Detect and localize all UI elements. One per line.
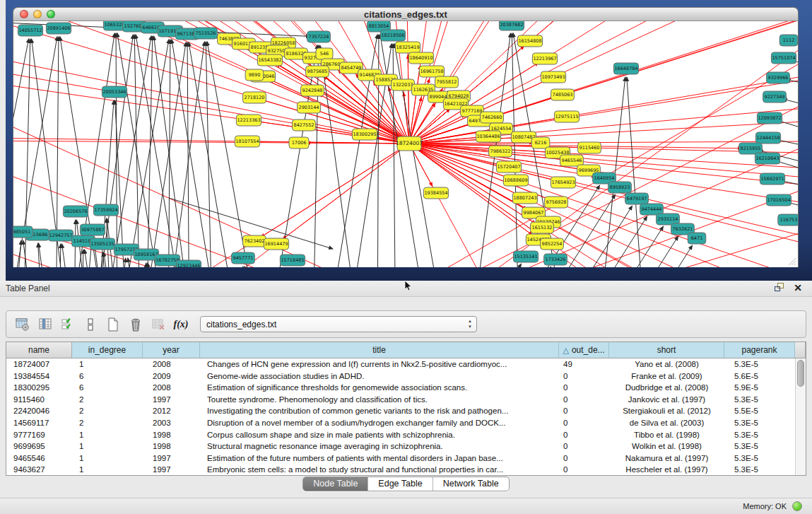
graph-node[interactable]: 8427552 xyxy=(293,119,316,131)
rows-icon[interactable] xyxy=(81,315,100,334)
float-panel-icon[interactable] xyxy=(775,283,785,293)
graph-node[interactable]: 16648784 xyxy=(613,63,638,74)
close-window-button[interactable] xyxy=(20,10,28,18)
column-header-in_degree[interactable]: in_degree xyxy=(72,342,143,358)
graph-node[interactable]: 7515526 xyxy=(194,28,218,39)
table-row[interactable]: 1872400712008Changes of HCN gene express… xyxy=(6,358,795,370)
table-row[interactable]: 1456911722003Disruption of a novel membe… xyxy=(6,417,795,429)
graph-node[interactable]: 18640910 xyxy=(408,52,433,64)
graph-node[interactable]: 17654923 xyxy=(551,177,575,188)
table-row[interactable]: 1938455462009Genome-wide association stu… xyxy=(6,370,795,382)
memory-status-indicator[interactable] xyxy=(792,501,802,511)
graph-node[interactable]: 7485063 xyxy=(551,89,575,100)
graph-node[interactable]: 12213363 xyxy=(236,115,261,126)
graph-node[interactable]: 30975887 xyxy=(80,224,105,235)
graph-node[interactable]: 14055712 xyxy=(18,25,42,36)
graph-node[interactable]: 7462660 xyxy=(481,112,504,123)
graph-node[interactable]: 7955812 xyxy=(435,76,459,88)
tab-edge-table[interactable]: Edge Table xyxy=(368,477,433,491)
column-header-year[interactable]: year xyxy=(143,342,200,358)
graph-node[interactable]: 18107554 xyxy=(235,136,259,147)
graph-node[interactable]: 16543382 xyxy=(257,54,282,66)
graph-node[interactable]: 9875685 xyxy=(306,66,329,77)
graph-node[interactable]: 6216 xyxy=(531,137,550,148)
table-row[interactable]: 977716911998Corpus callosum shape and si… xyxy=(6,429,795,441)
table-row[interactable]: 969969511998Structural magnetic resonanc… xyxy=(6,440,795,452)
graph-node[interactable]: 16210643 xyxy=(755,153,779,164)
graph-node[interactable]: 8958923 xyxy=(608,182,632,193)
graph-node[interactable]: 10364486 xyxy=(476,131,500,142)
tab-network-table[interactable]: Network Table xyxy=(433,477,509,491)
create-table-icon[interactable] xyxy=(104,315,122,334)
graph-node[interactable]: 546 xyxy=(316,48,333,59)
delete-icon[interactable] xyxy=(126,315,145,334)
graph-node[interactable]: 18325419 xyxy=(395,42,420,53)
graph-node[interactable]: 20053346 xyxy=(102,86,126,98)
graph-node[interactable]: 18724007 xyxy=(396,136,423,151)
graph-node[interactable]: 16961758 xyxy=(419,66,444,77)
graph-node[interactable]: 17359924 xyxy=(93,204,118,216)
graph-node[interactable]: 15720407 xyxy=(496,161,521,173)
column-header-out_de[interactable]: △out_de... xyxy=(559,342,609,358)
graph-node[interactable]: 16154808 xyxy=(517,35,542,47)
graph-node[interactable]: 10973493 xyxy=(541,71,565,83)
column-header-short[interactable]: short xyxy=(609,342,724,358)
graph-node[interactable]: 116753 xyxy=(778,214,799,226)
graph-node[interactable]: 7623402 xyxy=(243,235,266,247)
graph-node[interactable]: 18807243 xyxy=(512,192,537,204)
table-row[interactable]: 946362711997Embryonic stem cells: a mode… xyxy=(6,464,795,476)
graph-node[interactable]: 15135141 xyxy=(513,251,538,262)
graph-node[interactable]: 1733426 xyxy=(544,254,567,265)
table-row[interactable]: 1830029562008Estimation of significance … xyxy=(6,382,795,394)
graph-node[interactable]: 12942757 xyxy=(48,230,73,241)
graph-node[interactable]: 9457771 xyxy=(232,252,255,264)
table-row[interactable]: 2242004622012Investigating the contribut… xyxy=(6,405,795,417)
graph-node[interactable]: 12093872 xyxy=(757,112,782,124)
graph-node[interactable]: 9115460 xyxy=(578,142,601,153)
graph-node[interactable]: 18218506 xyxy=(380,30,405,41)
table-scrollbar-thumb[interactable] xyxy=(797,360,804,387)
graph-node[interactable]: 20206576 xyxy=(63,206,88,217)
column-header-name[interactable]: name xyxy=(6,342,72,358)
zoom-window-button[interactable] xyxy=(47,10,55,18)
graph-node[interactable]: 9242848 xyxy=(301,85,324,96)
graph-node[interactable]: 20891406 xyxy=(46,23,71,34)
graph-node[interactable]: 7986322 xyxy=(489,146,512,157)
table-row[interactable]: 946554611997Estimation of the future num… xyxy=(6,452,795,465)
graph-node[interactable]: 2903144 xyxy=(298,102,321,113)
column-header-pagerank[interactable]: pagerank xyxy=(724,342,795,358)
graph-node[interactable]: 20387682 xyxy=(499,21,524,30)
table-row[interactable]: 911546021997Tourette syndrome. Phenomeno… xyxy=(6,394,795,406)
graph-node[interactable]: 9227349 xyxy=(763,91,787,103)
graph-node[interactable]: 9756928 xyxy=(545,197,568,208)
network-graph[interactable]: 7463822916012389123551822605893275051654… xyxy=(13,21,799,267)
graph-node[interactable]: 10688609 xyxy=(503,175,528,186)
graph-node[interactable]: 12213967 xyxy=(532,53,557,64)
graph-node[interactable]: 19384554 xyxy=(423,187,448,199)
column-header-title[interactable]: title xyxy=(200,342,559,358)
graph-node[interactable]: 6471 xyxy=(688,233,706,244)
graph-node[interactable]: 9329966 xyxy=(767,72,790,83)
graph-node[interactable]: 1322037 xyxy=(392,79,415,90)
graph-node[interactable]: 1615132 xyxy=(531,222,554,233)
graph-node[interactable]: 7357224 xyxy=(307,31,331,42)
graph-node[interactable]: 13505135 xyxy=(90,238,114,250)
table-scrollbar[interactable] xyxy=(795,358,806,475)
tab-node-table[interactable]: Node Table xyxy=(303,477,368,491)
network-canvas[interactable]: 7463822916012389123551822605893275051654… xyxy=(13,21,799,267)
graph-node[interactable]: 15692971 xyxy=(760,173,784,185)
graph-node[interactable]: 12444158 xyxy=(755,132,780,144)
graph-node[interactable]: 9852254 xyxy=(541,238,564,250)
close-panel-icon[interactable]: ✕ xyxy=(794,283,802,293)
graph-node[interactable]: 12975115 xyxy=(554,111,579,122)
table-selector-dropdown[interactable]: citations_edges.txt ▲▼ xyxy=(200,316,477,332)
graph-node[interactable]: 2718120 xyxy=(243,92,266,103)
delete-table-icon[interactable] xyxy=(149,315,167,334)
table-settings-icon[interactable] xyxy=(13,315,32,334)
graph-node[interactable]: 985051 xyxy=(13,226,33,238)
resize-grip[interactable] xyxy=(787,256,796,266)
graph-node[interactable]: 15718485 xyxy=(280,255,305,266)
graph-node[interactable]: 17006 xyxy=(289,137,309,148)
graph-node[interactable]: 6479197 xyxy=(625,193,649,204)
minimize-window-button[interactable] xyxy=(33,10,42,18)
